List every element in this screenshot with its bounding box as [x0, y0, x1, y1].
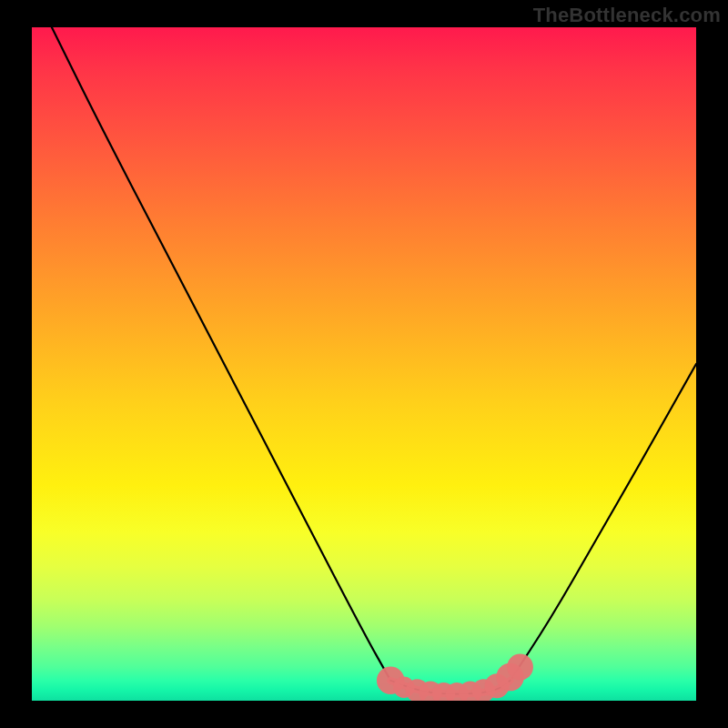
valley-markers	[377, 654, 533, 701]
bottleneck-curve-overlay	[32, 27, 696, 701]
attribution-label: TheBottleneck.com	[533, 4, 721, 27]
curve-group	[52, 27, 696, 701]
curve-right-arm	[511, 364, 696, 681]
valley-marker	[507, 654, 533, 681]
chart-frame: TheBottleneck.com	[0, 0, 728, 728]
curve-left-arm	[52, 27, 390, 681]
